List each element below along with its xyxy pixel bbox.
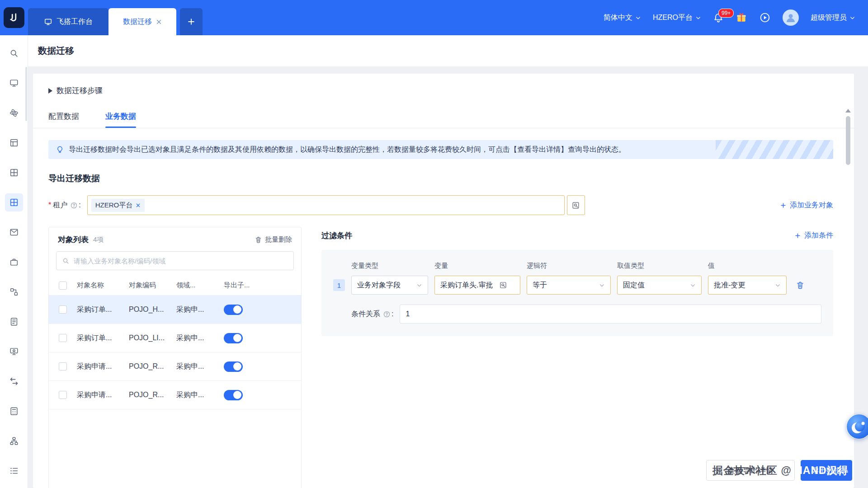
- list-icon: [9, 466, 19, 476]
- tab-config-data[interactable]: 配置数据: [48, 111, 79, 128]
- row-checkbox[interactable]: [59, 334, 67, 342]
- tab-business-data[interactable]: 业务数据: [105, 111, 136, 128]
- content-card: 数据迁移步骤 配置数据 业务数据 导出迁移数据时会导出已选对象且满足条件的数据及…: [33, 74, 854, 488]
- tag-remove-icon[interactable]: [136, 203, 141, 208]
- variable-lov-field[interactable]: [434, 276, 520, 295]
- object-table-header: 对象名称 对象编码 领域... 导出子...: [49, 276, 301, 296]
- filter-header: 过滤条件 添加条件: [321, 227, 833, 244]
- language-dropdown[interactable]: 简体中文: [604, 13, 641, 23]
- sidebar-item-monitor-config[interactable]: [5, 343, 23, 361]
- sidebar-item-org[interactable]: [5, 432, 23, 450]
- column-object-name: 对象名称: [77, 281, 129, 290]
- sidebar-item-model[interactable]: [5, 104, 23, 122]
- relation-input[interactable]: [400, 305, 821, 324]
- chevron-down-icon: [695, 15, 701, 21]
- swap-icon: [9, 376, 19, 386]
- sidebar-item-data-migration[interactable]: [5, 193, 23, 211]
- sidebar-item-transfer[interactable]: [5, 372, 23, 390]
- required-mark: *: [48, 201, 51, 209]
- add-business-object-link[interactable]: 添加业务对象: [780, 201, 833, 210]
- export-children-toggle[interactable]: [224, 305, 243, 315]
- select-all-checkbox[interactable]: [59, 282, 67, 290]
- table-row[interactable]: 采购订单... POJO_H... 采购申...: [49, 296, 301, 324]
- steps-collapse[interactable]: 数据迁移步骤: [48, 85, 833, 96]
- top-bar: 飞搭工作台 数据迁移 简体中文 HZERO平台 99+: [0, 0, 868, 35]
- notifications-button[interactable]: 99+: [713, 12, 724, 23]
- search-button[interactable]: [5, 44, 23, 62]
- plus-icon: [794, 232, 801, 239]
- chat-widget-button[interactable]: [846, 414, 868, 439]
- column-domain: 领域...: [176, 281, 224, 290]
- monitor-icon: [9, 78, 19, 88]
- sidebar-item-forms[interactable]: [5, 313, 23, 331]
- add-tab-button[interactable]: [180, 8, 203, 35]
- value-select[interactable]: 批准-变更: [708, 276, 787, 295]
- tenant-dropdown[interactable]: HZERO平台: [653, 13, 701, 23]
- condition-index-badge: 1: [333, 279, 345, 291]
- operator-select[interactable]: 等于: [527, 276, 611, 295]
- tenant-multiselect-input[interactable]: HZERO平台: [87, 195, 565, 215]
- tenant-field-colon: :: [79, 201, 80, 209]
- sidebar-item-apps[interactable]: [5, 253, 23, 271]
- search-icon: [9, 48, 19, 58]
- avatar[interactable]: [783, 9, 799, 26]
- tenant-label: HZERO平台: [653, 13, 693, 23]
- scrollbar-up-arrow[interactable]: [845, 109, 851, 113]
- sidebar-item-tables-2[interactable]: [5, 164, 23, 182]
- export-children-toggle[interactable]: [224, 361, 243, 372]
- variable-input[interactable]: [440, 281, 499, 289]
- banner-text: 导出迁移数据时会导出已选对象且满足条件的数据及其使用依赖的数据，以确保导出数据的…: [69, 145, 626, 155]
- lookup-icon[interactable]: [499, 281, 507, 289]
- tab-data-migration[interactable]: 数据迁移: [108, 8, 176, 35]
- help-icon[interactable]: [383, 310, 391, 318]
- guide-button[interactable]: [759, 12, 771, 23]
- delete-condition-button[interactable]: [796, 281, 805, 290]
- window-tabs: 飞搭工作台 数据迁移: [28, 0, 203, 35]
- row-checkbox[interactable]: [59, 362, 67, 371]
- row-checkbox[interactable]: [59, 391, 67, 399]
- help-icon[interactable]: [70, 202, 78, 209]
- user-menu[interactable]: 超级管理员: [811, 13, 855, 23]
- table-row[interactable]: 采购申请... POJO_R... 采购申...: [49, 381, 301, 409]
- app-logo[interactable]: [0, 0, 28, 35]
- filter-condition-row: 1 业务对象字段 等于: [333, 276, 821, 295]
- lookup-icon: [571, 201, 580, 210]
- object-name: 采购订单...: [77, 305, 129, 314]
- object-code: POJO_H...: [129, 305, 176, 314]
- plus-icon: [187, 17, 196, 26]
- user-icon: [784, 11, 797, 24]
- sidebar-item-workbench[interactable]: [5, 74, 23, 92]
- view-export-details-button[interactable]: 查看导出详情: [706, 460, 795, 481]
- object-name: 采购申请...: [77, 362, 129, 371]
- tab-workbench[interactable]: 飞搭工作台: [28, 8, 108, 35]
- rewards-button[interactable]: [736, 12, 747, 23]
- table-row[interactable]: 采购申请... POJO_R... 采购申...: [49, 352, 301, 381]
- batch-delete-button[interactable]: 批量删除: [255, 235, 292, 244]
- tab-close-icon[interactable]: [156, 19, 162, 25]
- main-area: 数据迁移 数据迁移步骤 配置数据 业务数据 导出迁移数据时会导出已选对象且满足条…: [28, 35, 868, 488]
- sidebar-item-tables-1[interactable]: [5, 134, 23, 152]
- table-row[interactable]: 采购订单... POJO_LI... 采购申...: [49, 324, 301, 352]
- add-condition-link[interactable]: 添加条件: [794, 231, 833, 240]
- object-search-input[interactable]: [74, 257, 288, 265]
- scrollbar-thumb[interactable]: [846, 116, 850, 165]
- label-var-type: 变量类型: [351, 262, 428, 270]
- sidebar-item-flow[interactable]: [5, 283, 23, 301]
- object-list-title: 对象列表: [58, 235, 89, 245]
- value-type-select[interactable]: 固定值: [617, 276, 702, 295]
- table-grid-icon: [9, 168, 19, 178]
- gift-icon: [736, 12, 747, 23]
- export-children-toggle[interactable]: [224, 390, 243, 400]
- var-type-select[interactable]: 业务对象字段: [351, 276, 428, 295]
- export-data-button[interactable]: 导出数据: [801, 460, 852, 481]
- export-children-toggle[interactable]: [224, 333, 243, 343]
- label-value-type: 取值类型: [617, 262, 702, 270]
- briefcase-icon: [9, 257, 19, 267]
- sidebar-item-list[interactable]: [5, 462, 23, 480]
- tenant-lookup-button[interactable]: [567, 195, 585, 215]
- workbench-icon: [44, 18, 52, 26]
- row-checkbox[interactable]: [59, 305, 67, 314]
- sidebar-scrollbar[interactable]: [25, 67, 27, 121]
- sidebar-item-calc[interactable]: [5, 402, 23, 420]
- sidebar-item-messages[interactable]: [5, 223, 23, 241]
